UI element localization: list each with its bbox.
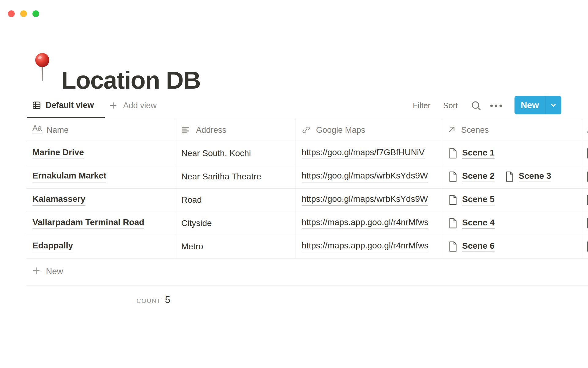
- new-button[interactable]: New: [514, 96, 561, 114]
- clipped-column-icon: [586, 126, 588, 134]
- plus-icon: [32, 267, 40, 274]
- chevron-down-icon[interactable]: [545, 96, 561, 114]
- plus-icon: [110, 102, 117, 109]
- page-link[interactable]: Edappally: [32, 241, 73, 252]
- relation-page-chip[interactable]: Scene 1: [448, 148, 495, 159]
- sort-button[interactable]: Sort: [443, 101, 458, 110]
- url-link[interactable]: https://goo.gl/maps/wrbKsYds9W: [302, 171, 428, 182]
- relation-page-chip[interactable]: Scene 2: [448, 171, 495, 182]
- round-pushpin-icon[interactable]: [34, 53, 50, 82]
- minimize-window-button[interactable]: [20, 10, 27, 17]
- url-link[interactable]: https://maps.app.goo.gl/r4nrMfws: [302, 217, 428, 229]
- google-maps-cell[interactable]: https://goo.gl/maps/f7GBfHUNiV: [302, 142, 440, 165]
- column-header-google-maps[interactable]: Google Maps: [316, 125, 365, 135]
- close-window-button[interactable]: [8, 10, 15, 17]
- clipped-page-icon: [586, 235, 588, 258]
- clipped-page-icon: [586, 212, 588, 235]
- name-cell[interactable]: Ernakulam Market: [32, 165, 106, 188]
- google-maps-cell[interactable]: https://maps.app.goo.gl/r4nrMfws: [302, 235, 440, 258]
- page-icon: [505, 171, 514, 182]
- page-icon: [448, 195, 458, 205]
- text-lines-icon: [182, 127, 190, 134]
- table-row: Marine DriveNear South, Kochihttps://goo…: [0, 142, 588, 165]
- address-cell[interactable]: Metro: [181, 235, 203, 258]
- page-title[interactable]: Location DB: [61, 65, 201, 96]
- name-cell[interactable]: Marine Drive: [32, 142, 84, 165]
- url-link[interactable]: https://goo.gl/maps/wrbKsYds9W: [302, 194, 428, 205]
- address-cell[interactable]: Near South, Kochi: [181, 142, 251, 165]
- scenes-cell[interactable]: Scene 4: [448, 212, 495, 235]
- column-header-scenes[interactable]: Scenes: [461, 125, 489, 135]
- google-maps-cell[interactable]: https://goo.gl/maps/wrbKsYds9W: [302, 165, 440, 188]
- table-row: Vallarpadam Terminal RoadCitysidehttps:/…: [0, 212, 588, 235]
- more-ellipsis-icon[interactable]: [489, 104, 503, 108]
- relation-arrow-icon: [448, 125, 456, 133]
- relation-page-label: Scene 2: [462, 171, 495, 182]
- row-divider: [26, 258, 588, 259]
- relation-page-label: Scene 4: [462, 218, 495, 229]
- page-icon: [448, 218, 458, 228]
- relation-page-chip[interactable]: Scene 5: [448, 194, 495, 205]
- relation-page-chip[interactable]: Scene 3: [505, 171, 551, 182]
- address-cell[interactable]: Cityside: [181, 212, 212, 235]
- count-label: COUNT: [137, 297, 161, 305]
- page-link[interactable]: Vallarpadam Terminal Road: [32, 217, 144, 229]
- address-cell[interactable]: Near Saritha Theatre: [181, 165, 261, 188]
- page-icon: [448, 148, 458, 159]
- calc-footer[interactable]: COUNT 5: [92, 294, 170, 308]
- url-link[interactable]: https://goo.gl/maps/f7GBfHUNiV: [302, 148, 425, 159]
- name-cell[interactable]: Vallarpadam Terminal Road: [32, 212, 144, 235]
- address-cell[interactable]: Road: [181, 188, 202, 212]
- clipped-page-icon: [586, 165, 588, 188]
- page-icon: [448, 171, 458, 182]
- url-link-icon: [302, 126, 310, 134]
- search-icon[interactable]: [471, 100, 481, 111]
- relation-page-label: Scene 5: [462, 194, 495, 205]
- tab-default-view[interactable]: Default view: [46, 101, 94, 110]
- scenes-cell[interactable]: Scene 1: [448, 142, 495, 165]
- count-value: 5: [165, 294, 170, 305]
- relation-page-label: Scene 6: [462, 241, 495, 252]
- table-row: Ernakulam MarketNear Saritha Theatrehttp…: [0, 165, 588, 188]
- new-row-button[interactable]: New: [46, 266, 63, 276]
- table-view-icon: [32, 101, 41, 109]
- zoom-window-button[interactable]: [32, 10, 39, 17]
- name-cell[interactable]: Edappally: [32, 235, 73, 258]
- filter-button[interactable]: Filter: [413, 101, 431, 110]
- relation-page-chip[interactable]: Scene 6: [448, 241, 495, 252]
- column-header-address[interactable]: Address: [196, 125, 226, 135]
- title-aa-icon: Aa: [32, 124, 42, 133]
- table-row: EdappallyMetrohttps://maps.app.goo.gl/r4…: [0, 235, 588, 258]
- relation-page-label: Scene 1: [462, 148, 495, 159]
- page-icon: [448, 241, 458, 252]
- google-maps-cell[interactable]: https://maps.app.goo.gl/r4nrMfws: [302, 212, 440, 235]
- table-row: KalamasseryRoadhttps://goo.gl/maps/wrbKs…: [0, 188, 588, 212]
- relation-page-chip[interactable]: Scene 4: [448, 218, 495, 229]
- toolbar-divider: [26, 118, 588, 118]
- page-link[interactable]: Marine Drive: [32, 148, 84, 159]
- row-divider: [26, 285, 588, 286]
- clipped-page-icon: [586, 188, 588, 212]
- page-link[interactable]: Kalamassery: [32, 194, 85, 205]
- google-maps-cell[interactable]: https://goo.gl/maps/wrbKsYds9W: [302, 188, 440, 212]
- page-link[interactable]: Ernakulam Market: [32, 171, 106, 182]
- new-button-label[interactable]: New: [514, 96, 545, 114]
- relation-page-label: Scene 3: [519, 171, 551, 182]
- url-link[interactable]: https://maps.app.goo.gl/r4nrMfws: [302, 241, 428, 252]
- clipped-page-icon: [586, 142, 588, 165]
- column-header-name[interactable]: Name: [47, 125, 69, 135]
- scenes-cell[interactable]: Scene 6: [448, 235, 495, 258]
- scenes-cell[interactable]: Scene 2Scene 3: [448, 165, 551, 188]
- name-cell[interactable]: Kalamassery: [32, 188, 85, 212]
- add-view-button[interactable]: Add view: [123, 101, 157, 110]
- scenes-cell[interactable]: Scene 5: [448, 188, 495, 212]
